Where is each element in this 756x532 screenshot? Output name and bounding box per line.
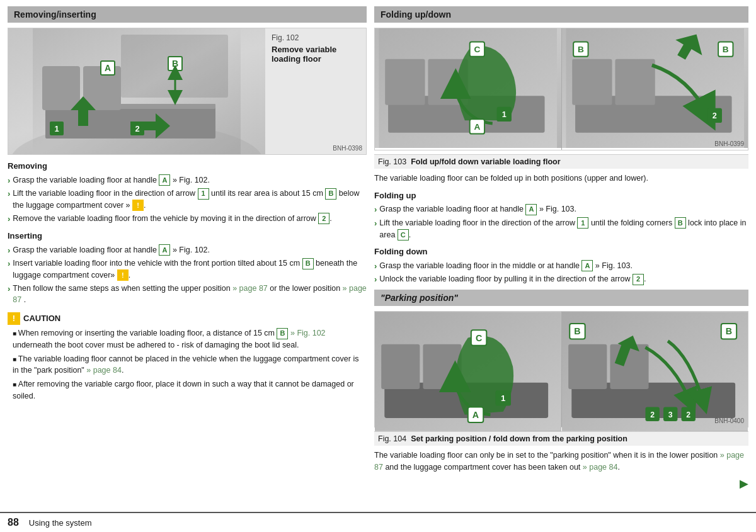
removing-bullet-2: › Lift the variable loading floor in the… [8,188,367,212]
svg-text:2: 2 [135,124,139,133]
fig102-caption: Remove variable loading floor [272,45,360,64]
removing-section: Removing › Grasp the variable loading fl… [8,160,367,225]
link-fig102[interactable]: » Fig. 102 [290,329,326,337]
caution-item-2: The variable loading floor cannot be pla… [8,353,367,377]
svg-rect-13 [50,122,64,135]
badge-A-4: A [581,260,593,271]
caution-icon: ! [8,312,20,325]
inserting-bullet-3: › Then follow the same steps as when set… [8,283,367,307]
link-page87-2[interactable]: » page 87 [13,284,366,305]
right-column: Folding up/down [374,6,748,506]
svg-rect-3 [45,104,215,109]
bullet-arrow-8: › [374,217,377,230]
bullet-arrow-3: › [8,213,10,225]
figure-103-row: C 1 A [374,28,748,150]
next-page-arrow[interactable]: ▶ [374,477,748,490]
fig104-caption-prefix: Fig. 104 [378,434,406,443]
bullet-arrow-7: › [374,203,377,216]
removing-bullet-1: › Grasp the variable loading floor at ha… [8,174,367,187]
footer: 88 Using the system [0,512,756,532]
inserting-bullet-1: › Grasp the variable loading floor at ha… [8,244,367,257]
link-page84-2[interactable]: » page 84 [583,463,618,472]
badge-C-1: C [398,229,409,241]
caution-title: CAUTION [23,312,60,325]
svg-marker-15 [130,113,170,139]
svg-text:A: A [472,410,479,420]
fig103-caption-text: Fold up/fold down variable loading floor [411,157,561,166]
svg-rect-31 [615,59,655,105]
fig102-code: BNH-0398 [333,145,362,152]
footer-page-number: 88 [8,517,19,528]
footer-section-label: Using the system [29,518,92,528]
svg-rect-7 [101,61,115,75]
folding-up-bullet-1: › Grasp the variable loading floor at ha… [374,203,748,216]
figure-102-box: A B [8,28,367,155]
svg-rect-2 [45,104,215,139]
svg-text:B: B [722,45,728,54]
figure-104-row: C 1 A [374,311,748,427]
content-area: Removing/inserting [0,0,756,512]
fig102-label: Fig. 102 [272,33,360,42]
folding-up-section: Folding up › Grasp the variable loading … [374,190,748,241]
folding-down-bullet-1: › Grasp the variable loading floor in th… [374,260,748,273]
fig104-caption: Fig. 104 Set parking position / fold dow… [374,431,748,446]
badge-2-2: 2 [633,274,644,285]
svg-text:1: 1 [501,393,505,403]
svg-text:A: A [474,122,480,132]
parking-text-1: The variable loading floor can only be i… [374,450,748,473]
badge-1-1: 1 [198,188,209,200]
inserting-section: Inserting › Grasp the variable loading f… [8,230,367,306]
link-page84-1[interactable]: » page 84 [86,366,122,375]
svg-rect-9 [168,57,182,71]
caution-item-1: When removing or inserting the variable … [8,327,367,351]
svg-point-1 [11,123,263,154]
badge-A-2: A [159,244,170,256]
svg-rect-41 [381,344,420,388]
svg-rect-6 [121,35,228,98]
link-page87-1[interactable]: » page 87 [232,284,268,293]
svg-text:B: B [577,45,583,54]
badge-B-2: B [302,258,314,269]
svg-rect-16 [130,122,144,135]
badge-warn-1: ! [132,200,144,211]
svg-rect-4 [42,66,80,110]
link-page87-3[interactable]: » page 87 [374,451,744,472]
badge-A-1: A [159,174,170,186]
removing-heading: Removing [8,160,367,173]
svg-text:3: 3 [668,410,672,419]
folding-down-bullet-2: › Unlock the variable loading floor by p… [374,273,748,286]
svg-rect-30 [572,59,612,105]
caution-header: ! CAUTION [8,312,367,325]
parking-section-header: "Parking position" [374,290,748,306]
svg-text:1: 1 [502,110,507,119]
inserting-bullet-2: › Insert variable loading floor into the… [8,258,367,281]
fig104-code: BNH-0400 [714,417,744,424]
caution-box: ! CAUTION When removing or inserting the… [8,312,367,402]
svg-text:B: B [574,326,580,336]
bullet-arrow-5: › [8,258,10,270]
badge-1-2: 1 [577,217,588,229]
svg-rect-51 [568,344,607,388]
folding-intro: The variable loading floor can be folded… [374,173,748,184]
svg-text:A: A [105,63,111,73]
bullet-arrow-6: › [8,283,10,295]
badge-B-3: B [277,328,288,339]
svg-text:C: C [474,45,480,54]
bullet-arrow-1: › [8,174,10,187]
svg-rect-5 [83,66,121,110]
svg-text:1: 1 [54,124,59,133]
svg-text:C: C [476,332,482,342]
svg-rect-20 [385,59,425,105]
svg-rect-0 [33,28,241,154]
bullet-arrow-10: › [374,273,377,286]
svg-text:2: 2 [712,111,716,120]
folding-down-heading: Folding down [374,246,748,258]
fig103-code: BNH-0399 [714,140,744,147]
bullet-arrow-2: › [8,188,10,200]
svg-text:2: 2 [650,410,655,419]
caution-item-3: After removing the variable cargo floor,… [8,378,367,402]
badge-B-4: B [675,217,686,229]
bullet-arrow-9: › [374,260,377,273]
fig103-caption: Fig. 103 Fold up/fold down variable load… [374,154,748,169]
fig104-caption-text: Set parking position / fold down from th… [411,434,627,443]
